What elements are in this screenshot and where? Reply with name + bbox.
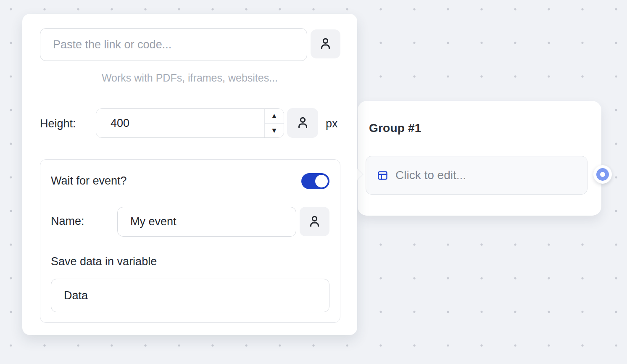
height-input[interactable] [96, 109, 264, 137]
group-title: Group #1 [369, 121, 422, 135]
wait-toggle[interactable] [301, 173, 329, 189]
output-connector[interactable] [593, 165, 612, 184]
connector-dot-icon [596, 168, 609, 181]
height-variable-button[interactable] [287, 108, 318, 138]
height-stepper: ▲ ▼ [264, 109, 284, 137]
group-node-card[interactable]: Group #1 Click to edit... [358, 101, 601, 216]
block-placeholder-text: Click to edit... [395, 169, 466, 182]
block-settings-panel: Works with PDFs, iframes, websites... He… [22, 14, 357, 335]
height-unit-label: px [326, 117, 338, 130]
save-variable-input[interactable] [51, 279, 329, 312]
stepper-down-button[interactable]: ▼ [265, 124, 284, 138]
wait-for-event-label: Wait for event? [51, 174, 127, 187]
link-hint-text: Works with PDFs, iframes, websites... [22, 72, 357, 84]
event-name-label: Name: [51, 215, 84, 228]
block-click-to-edit[interactable]: Click to edit... [366, 156, 587, 195]
flow-canvas[interactable]: Group #1 Click to edit... Works with PDF… [0, 0, 627, 364]
stepper-up-button[interactable]: ▲ [265, 109, 284, 124]
event-name-variable-button[interactable] [300, 207, 329, 236]
height-label: Height: [40, 117, 76, 130]
user-icon [295, 115, 311, 131]
user-icon [307, 214, 322, 229]
height-number-field: ▲ ▼ [96, 108, 284, 138]
link-or-code-input[interactable] [40, 28, 307, 61]
wait-for-event-section: Wait for event? Name: Save data in varia… [40, 159, 340, 323]
save-variable-label: Save data in variable [51, 255, 157, 268]
layout-grid-icon [377, 170, 388, 181]
insert-variable-button[interactable] [311, 29, 340, 58]
user-icon [318, 36, 333, 52]
event-name-input[interactable] [117, 207, 296, 237]
toggle-knob-icon [315, 175, 328, 187]
